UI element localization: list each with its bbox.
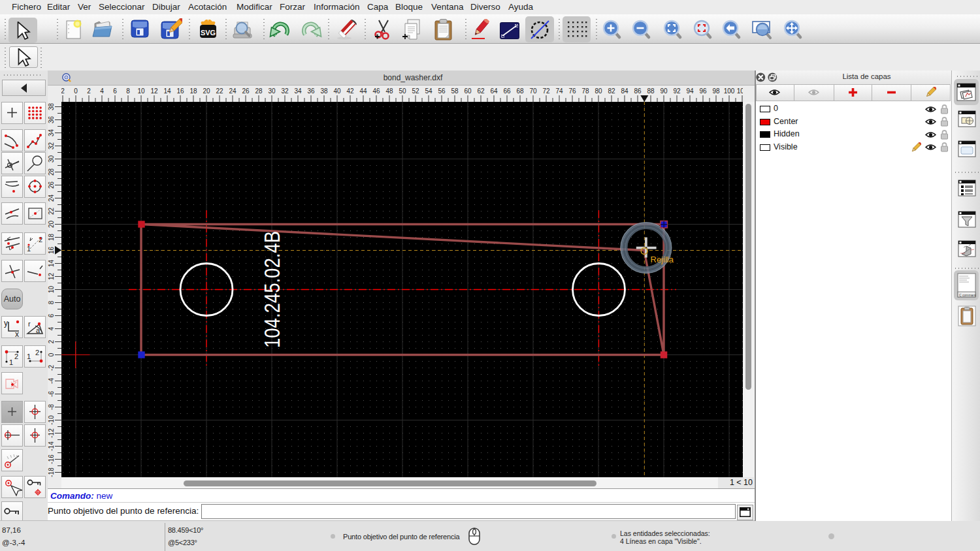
svg-text:10: 10 xyxy=(48,286,55,294)
svg-text:18: 18 xyxy=(48,234,55,242)
svg-text:28: 28 xyxy=(48,168,55,176)
svg-text:72: 72 xyxy=(542,87,550,95)
svg-text:66: 66 xyxy=(503,87,511,95)
svg-text:2: 2 xyxy=(87,87,91,95)
svg-text:16: 16 xyxy=(48,247,55,255)
svg-text:60: 60 xyxy=(464,87,472,95)
svg-text:6: 6 xyxy=(113,87,117,95)
svg-text:76: 76 xyxy=(568,87,576,95)
svg-text:104.245.02.4B: 104.245.02.4B xyxy=(260,231,284,348)
svg-text:2: 2 xyxy=(48,339,55,343)
svg-text:36: 36 xyxy=(307,87,315,95)
svg-text:-14: -14 xyxy=(48,441,55,451)
svg-text:x: x xyxy=(15,330,19,338)
svg-text:-8: -8 xyxy=(48,404,55,410)
svg-text:4: 4 xyxy=(48,326,55,330)
svg-text:-10: -10 xyxy=(48,415,55,425)
svg-text:0: 0 xyxy=(48,353,55,356)
svg-text:8: 8 xyxy=(126,87,130,95)
svg-text:y: y xyxy=(4,319,8,328)
svg-text:74: 74 xyxy=(555,87,563,95)
svg-text:1: 1 xyxy=(27,245,31,253)
svg-text:1: 1 xyxy=(9,358,13,366)
svg-text:24: 24 xyxy=(229,87,237,95)
svg-text:2: 2 xyxy=(39,236,42,244)
svg-text:1: 1 xyxy=(27,353,31,360)
svg-text:56: 56 xyxy=(438,87,446,95)
svg-text:6: 6 xyxy=(48,313,55,317)
svg-text:-4: -4 xyxy=(48,378,55,384)
svg-text:102: 102 xyxy=(737,87,743,95)
svg-text:16: 16 xyxy=(176,87,184,95)
svg-text:84: 84 xyxy=(621,87,629,95)
svg-text:32: 32 xyxy=(48,142,55,150)
svg-text:82: 82 xyxy=(608,87,615,95)
svg-text:96: 96 xyxy=(699,87,707,95)
svg-text:54: 54 xyxy=(425,87,433,95)
svg-text:r: r xyxy=(28,320,31,328)
svg-text:34: 34 xyxy=(294,87,302,95)
svg-text:70: 70 xyxy=(529,87,537,95)
svg-text:52: 52 xyxy=(412,87,419,95)
svg-text:34: 34 xyxy=(48,129,55,137)
svg-text:22: 22 xyxy=(216,87,223,95)
svg-text:2: 2 xyxy=(35,349,39,356)
svg-text:C command: C command xyxy=(959,293,976,297)
svg-text:-6: -6 xyxy=(48,391,55,397)
svg-text:78: 78 xyxy=(581,87,589,95)
svg-text:26: 26 xyxy=(48,181,55,189)
svg-text:2: 2 xyxy=(14,353,18,360)
svg-text:28: 28 xyxy=(255,87,263,95)
svg-text:88: 88 xyxy=(647,87,655,95)
svg-text:46: 46 xyxy=(372,87,380,95)
svg-text:68: 68 xyxy=(516,87,524,95)
svg-text:32: 32 xyxy=(281,87,289,95)
svg-text:94: 94 xyxy=(686,87,694,95)
svg-text:92: 92 xyxy=(673,87,681,95)
svg-text:98: 98 xyxy=(712,87,720,95)
svg-text:22: 22 xyxy=(48,208,55,215)
svg-text:-18: -18 xyxy=(48,467,55,477)
svg-text:42: 42 xyxy=(346,87,354,95)
svg-text:-2: -2 xyxy=(48,365,55,371)
svg-text:62: 62 xyxy=(477,87,485,95)
svg-text:40: 40 xyxy=(333,87,341,95)
svg-text:SVG: SVG xyxy=(201,29,216,37)
svg-text:90: 90 xyxy=(660,87,668,95)
svg-text:100: 100 xyxy=(724,87,735,95)
svg-text:38: 38 xyxy=(48,103,55,111)
svg-text:4: 4 xyxy=(100,87,104,95)
svg-text:26: 26 xyxy=(242,87,250,95)
svg-text:Rejilla: Rejilla xyxy=(651,255,674,264)
svg-text:30: 30 xyxy=(48,155,55,163)
svg-text:18: 18 xyxy=(189,87,197,95)
svg-text:86: 86 xyxy=(634,87,642,95)
svg-text:20: 20 xyxy=(203,87,210,95)
svg-text:20: 20 xyxy=(48,221,55,228)
svg-text:8: 8 xyxy=(48,300,55,304)
svg-text:38: 38 xyxy=(320,87,328,95)
svg-text:48: 48 xyxy=(385,87,393,95)
svg-text:14: 14 xyxy=(48,260,55,268)
svg-text:10: 10 xyxy=(137,87,145,95)
svg-text:0: 0 xyxy=(74,87,78,95)
svg-text:-16: -16 xyxy=(48,454,55,464)
svg-text:58: 58 xyxy=(451,87,459,95)
svg-text:80: 80 xyxy=(595,87,602,95)
svg-text:12: 12 xyxy=(48,273,55,281)
svg-text:-12: -12 xyxy=(48,428,55,438)
svg-text:2: 2 xyxy=(61,87,65,95)
svg-text:a: a xyxy=(36,326,41,334)
svg-text:24: 24 xyxy=(48,195,55,202)
svg-text:14: 14 xyxy=(163,87,171,95)
svg-text:64: 64 xyxy=(490,87,498,95)
svg-text:50: 50 xyxy=(399,87,406,95)
svg-text:36: 36 xyxy=(48,116,55,124)
svg-text:44: 44 xyxy=(359,87,367,95)
svg-text:30: 30 xyxy=(268,87,276,95)
svg-text:12: 12 xyxy=(150,87,158,95)
